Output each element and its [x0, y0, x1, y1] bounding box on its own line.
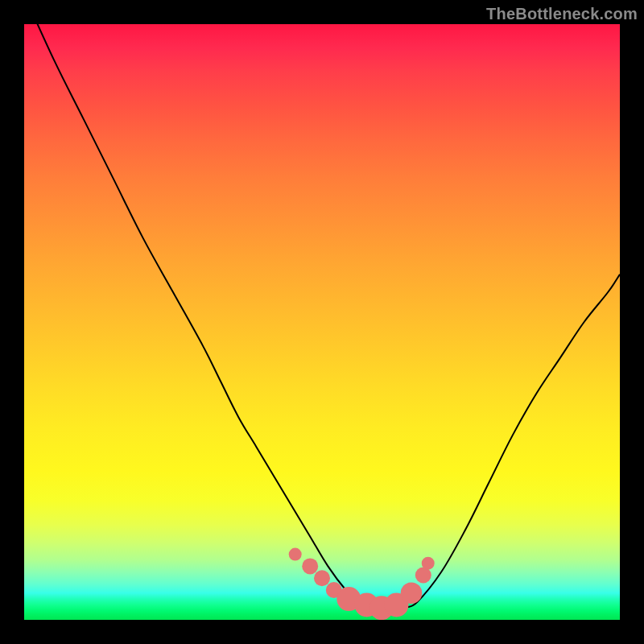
curve-marker-dot — [314, 570, 330, 586]
bottleneck-curve-line — [24, 24, 620, 615]
curve-marker-dot — [289, 548, 302, 561]
curve-markers-group — [289, 548, 435, 620]
curve-marker-dot — [422, 557, 435, 570]
chart-container — [24, 24, 620, 620]
chart-svg — [24, 24, 620, 620]
curve-marker-dot — [302, 558, 318, 574]
curve-marker-dot — [401, 582, 423, 604]
watermark-text: TheBottleneck.com — [486, 5, 638, 23]
